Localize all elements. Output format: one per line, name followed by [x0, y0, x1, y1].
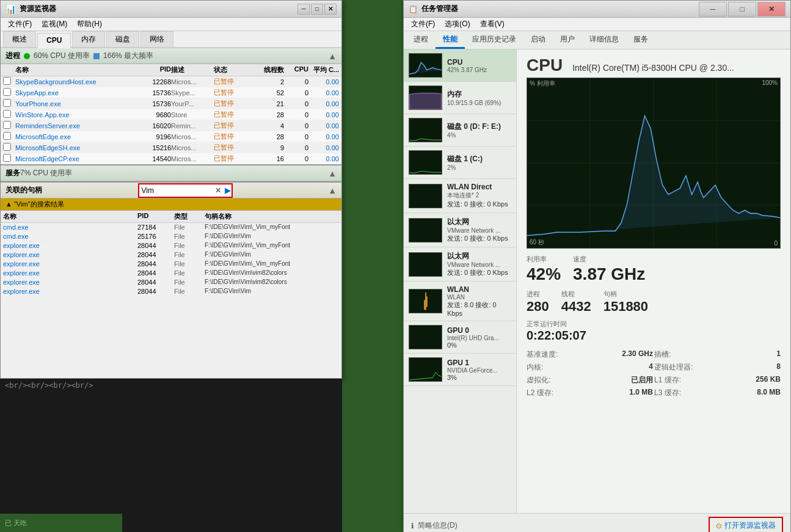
- device-extra: 3%: [447, 374, 511, 381]
- table-row[interactable]: RemindersServer.exe 16020 Remin... 已暂停 4…: [1, 120, 341, 131]
- list-item[interactable]: explorer.exe 28044 File F:\IDE\GVim\Vim\…: [1, 260, 341, 269]
- tm-maximize-btn[interactable]: □: [728, 2, 756, 16]
- device-sub: VMware Network ...: [447, 227, 511, 234]
- search-arrow-btn[interactable]: ▶: [224, 186, 231, 195]
- row-checkbox[interactable]: [3, 110, 11, 118]
- menu-monitor[interactable]: 监视(M): [37, 18, 72, 31]
- device-list-item[interactable]: WLAN Direct 本地连接* 2 发送: 0 接收: 0 Kbps: [404, 179, 516, 213]
- device-mini-chart: [409, 252, 442, 277]
- tab-memory[interactable]: 内存: [72, 31, 105, 47]
- col-desc-header[interactable]: 描述: [171, 65, 214, 75]
- tm-menu-view[interactable]: 查看(V): [475, 18, 509, 31]
- row-checkbox[interactable]: [3, 132, 11, 140]
- handle-search-input[interactable]: [139, 184, 213, 197]
- tm-minimize-btn[interactable]: ─: [699, 2, 727, 16]
- search-clear-btn[interactable]: ✕: [213, 186, 224, 195]
- maximize-button[interactable]: □: [311, 4, 323, 15]
- search-results-header: ▲ "Vim"的搜索结果: [1, 199, 341, 211]
- close-button[interactable]: ✕: [324, 4, 337, 15]
- hc-name: cmd.exe: [3, 233, 137, 240]
- handle-collapse-btn[interactable]: ▲: [328, 186, 337, 195]
- uptime-label: 正常运行时间: [527, 319, 781, 329]
- device-name: CPU: [447, 58, 511, 67]
- col-status-header[interactable]: 状态: [214, 65, 250, 75]
- footer-brief[interactable]: ℹ 简略信息(D): [411, 520, 457, 531]
- list-item[interactable]: explorer.exe 28044 File F:\IDE\GVim\Vim\…: [1, 241, 341, 250]
- list-item[interactable]: explorer.exe 28044 File F:\IDE\GVim\Vim: [1, 250, 341, 260]
- device-list-item[interactable]: WLAN WLAN 发送: 8.0 接收: 0 Kbps: [404, 282, 516, 321]
- col-name-header[interactable]: 名称: [15, 65, 137, 75]
- process-collapse-btn[interactable]: ▲: [328, 51, 337, 61]
- col-threads-header[interactable]: 线程数: [250, 65, 284, 75]
- cpu-chart-container: % 利用率 100% 60 秒 0: [527, 78, 781, 249]
- tm-tab-performance[interactable]: 性能: [436, 32, 465, 49]
- cell-desc: Remin...: [171, 122, 214, 129]
- cell-threads: 16: [250, 155, 284, 162]
- row-checkbox[interactable]: [3, 77, 11, 85]
- device-sub: 4%: [447, 132, 511, 139]
- table-row[interactable]: YourPhone.exe 15736 YourP... 已暂停 21 0 0.…: [1, 98, 341, 109]
- col-cpu-header[interactable]: CPU: [284, 65, 308, 75]
- minimize-button[interactable]: ─: [297, 4, 310, 15]
- tm-close-btn[interactable]: ✕: [757, 2, 786, 16]
- device-list-item[interactable]: CPU 42% 3.87 GHz: [404, 49, 516, 82]
- col-pid-header[interactable]: PID: [137, 65, 171, 75]
- tab-disk[interactable]: 磁盘: [106, 31, 139, 47]
- tab-cpu[interactable]: CPU: [37, 33, 71, 48]
- row-checkbox[interactable]: [3, 99, 11, 107]
- tm-tab-startup[interactable]: 启动: [523, 32, 553, 49]
- menu-help[interactable]: 帮助(H): [72, 18, 107, 31]
- tab-overview[interactable]: 概述: [3, 31, 36, 47]
- cell-avgcpu: 0.00: [308, 89, 339, 97]
- list-item[interactable]: cmd.exe 27184 File F:\IDE\GVim\Vim\_Vim_…: [1, 223, 341, 232]
- h-col-name[interactable]: 名称: [3, 212, 137, 221]
- open-resource-monitor-btn[interactable]: ⊙ 打开资源监视器: [709, 517, 783, 532]
- row-checkbox[interactable]: [3, 143, 11, 151]
- cell-status: 已暂停: [214, 121, 250, 130]
- table-row[interactable]: WinStore.App.exe 9680 Store 已暂停 28 0 0.0…: [1, 109, 341, 120]
- list-item[interactable]: explorer.exe 28044 File F:\IDE\GVim\Vim\…: [1, 269, 341, 278]
- col-avgcpu-header[interactable]: 平均 C...: [308, 65, 339, 75]
- list-item[interactable]: explorer.exe 28044 File F:\IDE\GVim\Vim\…: [1, 278, 341, 287]
- device-list-item[interactable]: GPU 1 NVIDIA GeForce... 3%: [404, 354, 516, 386]
- tm-tab-users[interactable]: 用户: [553, 32, 582, 49]
- device-list-item[interactable]: 磁盘 0 (D: F: E:) 4%: [404, 114, 516, 147]
- list-item[interactable]: cmd.exe 25176 File F:\IDE\GVim\Vim: [1, 232, 341, 241]
- device-extra: 发送: 0 接收: 0 Kbps: [447, 234, 511, 243]
- list-item[interactable]: explorer.exe 28044 File F:\IDE\GVim\Vim: [1, 287, 341, 296]
- row-checkbox[interactable]: [3, 121, 11, 129]
- tm-tab-details[interactable]: 详细信息: [582, 32, 626, 49]
- menu-file[interactable]: 文件(F): [3, 18, 37, 31]
- hc-handle: F:\IDE\GVim\Vim\_Vim_myFont: [205, 242, 339, 249]
- device-list-item[interactable]: GPU 0 Intel(R) UHD Gra... 0%: [404, 321, 516, 354]
- h-col-pid[interactable]: PID: [137, 212, 174, 221]
- tm-tab-services[interactable]: 服务: [626, 32, 655, 49]
- device-name: GPU 0: [447, 326, 511, 335]
- table-row[interactable]: MicrosoftEdge.exe 9196 Micros... 已暂停 28 …: [1, 131, 341, 142]
- results-chevron[interactable]: ▲: [5, 200, 14, 208]
- row-checkbox[interactable]: [3, 154, 11, 162]
- tm-menu-file[interactable]: 文件(F): [406, 18, 440, 31]
- device-info: GPU 0 Intel(R) UHD Gra... 0%: [447, 326, 511, 349]
- row-checkbox[interactable]: [3, 88, 11, 96]
- device-list-item[interactable]: 以太网 VMware Network ... 发送: 0 接收: 0 Kbps: [404, 213, 516, 247]
- table-row[interactable]: MicrosoftEdgeSH.exe 15216 Micros... 已暂停 …: [1, 142, 341, 153]
- table-row[interactable]: SkypeApp.exe 15736 Skype... 已暂停 52 0 0.0…: [1, 87, 341, 98]
- device-info: 以太网 VMware Network ... 发送: 0 接收: 0 Kbps: [447, 251, 511, 277]
- tab-network[interactable]: 网络: [140, 31, 173, 47]
- tm-menu-options[interactable]: 选项(O): [440, 18, 475, 31]
- services-collapse-btn[interactable]: ▲: [328, 169, 337, 178]
- table-row[interactable]: MicrosoftEdgeCP.exe 14540 Micros... 已暂停 …: [1, 153, 341, 164]
- table-row[interactable]: SkypeBackgroundHost.exe 12268 Micros... …: [1, 76, 341, 87]
- tm-tab-process[interactable]: 进程: [406, 32, 436, 49]
- cell-status: 已暂停: [214, 88, 250, 97]
- device-list-item[interactable]: 以太网 VMware Network ... 发送: 0 接收: 0 Kbps: [404, 247, 516, 282]
- tm-tab-history[interactable]: 应用历史记录: [465, 32, 523, 49]
- device-sub: VMware Network ...: [447, 261, 511, 268]
- h-col-type[interactable]: 类型: [174, 212, 205, 221]
- handle-title: 关联的句柄: [5, 185, 42, 195]
- cell-desc: Micros...: [171, 78, 214, 86]
- device-list-item[interactable]: 内存 10.9/15.9 GB (69%): [404, 82, 516, 114]
- device-list-item[interactable]: 磁盘 1 (C:) 2%: [404, 147, 516, 179]
- h-col-handle[interactable]: 句柄名称: [205, 212, 339, 221]
